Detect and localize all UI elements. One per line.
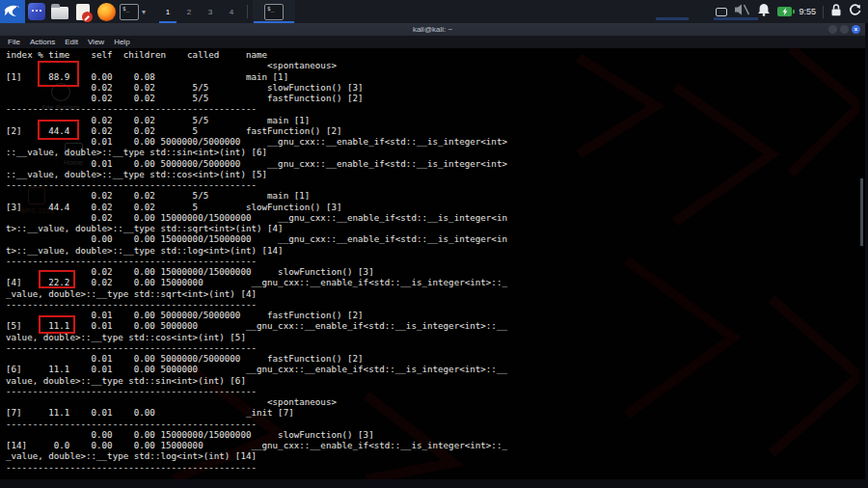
lock-screen-icon[interactable] xyxy=(830,3,842,20)
terminal-icon: $_ xyxy=(264,4,284,20)
minimize-button[interactable] xyxy=(828,25,837,34)
file-manager-icon xyxy=(28,3,45,20)
terminal-viewport[interactable]: File System Home WPS 2019 index % time s… xyxy=(0,48,865,479)
chevron-down-icon[interactable]: ▾ xyxy=(139,8,149,16)
workspace-3[interactable]: 3 xyxy=(200,0,221,23)
firefox-launcher[interactable] xyxy=(95,0,118,23)
workspace-2[interactable]: 2 xyxy=(178,0,200,23)
menu-actions[interactable]: Actions xyxy=(25,36,60,48)
system-tray: 9:55 xyxy=(716,0,868,23)
maximize-button[interactable] xyxy=(840,25,849,34)
menu-help[interactable]: Help xyxy=(109,36,134,48)
kali-menu-button[interactable] xyxy=(0,0,25,23)
kali-dragon-icon xyxy=(3,2,22,22)
menu-edit[interactable]: Edit xyxy=(60,36,83,48)
scrollbar-thumb[interactable] xyxy=(860,178,863,246)
clock: 9:55 xyxy=(799,7,816,16)
terminal-window: kali@kali: ~ x File Actions Edit View He… xyxy=(0,23,865,479)
window-title: kali@kali: ~ xyxy=(0,23,865,36)
panel-separator xyxy=(247,5,248,18)
wallpaper-artifact xyxy=(656,17,689,20)
highlight-box-11.1 xyxy=(39,315,75,334)
menu-bar: File Actions Edit View Help xyxy=(0,36,865,48)
gprof-call-graph-output: index % time self children called name <… xyxy=(6,49,507,473)
window-titlebar[interactable]: kali@kali: ~ x xyxy=(0,23,865,36)
highlight-box-22.2 xyxy=(39,270,75,288)
tray-separator xyxy=(823,6,824,18)
battery-charging-icon[interactable] xyxy=(777,7,792,16)
folder-icon xyxy=(51,7,68,19)
text-editor-icon xyxy=(76,4,90,20)
file-browser-launcher[interactable] xyxy=(48,0,71,23)
highlight-box-88.9 xyxy=(38,61,79,87)
taskbar-window-button-terminal[interactable]: $_ xyxy=(253,0,295,23)
workspace-4[interactable]: 4 xyxy=(221,0,242,23)
text-editor-launcher[interactable] xyxy=(71,0,95,23)
logout-icon[interactable] xyxy=(849,3,861,20)
menu-file[interactable]: File xyxy=(0,36,25,48)
firefox-icon xyxy=(97,3,116,21)
window-controls: x xyxy=(828,25,860,34)
top-panel: $_ ▾ 1 2 3 4 $_ xyxy=(0,0,868,23)
menu-view[interactable]: View xyxy=(83,36,109,48)
workspace-switcher: 1 2 3 4 xyxy=(157,0,242,23)
close-button[interactable]: x xyxy=(852,25,860,34)
workspace-1[interactable]: 1 xyxy=(157,0,178,23)
terminal-launcher[interactable]: $_ ▾ xyxy=(120,4,149,20)
notifications-bell-icon[interactable] xyxy=(757,3,771,20)
audio-muted-icon[interactable] xyxy=(734,3,750,20)
terminal-icon: $_ xyxy=(120,4,139,20)
file-manager-launcher[interactable] xyxy=(25,0,48,23)
display-icon[interactable] xyxy=(716,8,727,16)
highlight-box-44.4 xyxy=(38,120,79,140)
desktop: $_ ▾ 1 2 3 4 $_ xyxy=(0,0,868,488)
